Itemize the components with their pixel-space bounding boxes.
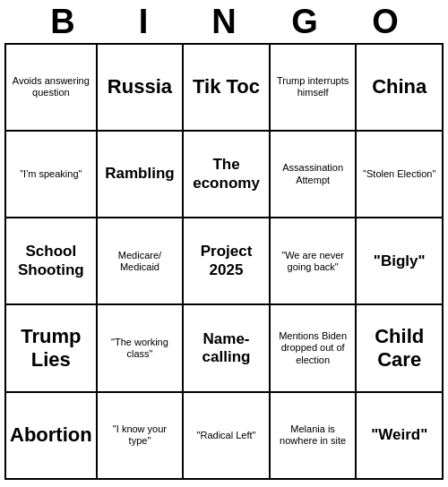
cell-r2-c4[interactable]: "Bigly": [357, 218, 444, 305]
cell-text-r2-c0: School Shooting: [10, 243, 92, 279]
cell-text-r4-c4: "Weird": [371, 426, 427, 444]
cell-text-r4-c0: Abortion: [10, 423, 92, 447]
cell-r0-c0[interactable]: Avoids answering question: [6, 45, 98, 132]
cell-text-r4-c3: Melania is nowhere in site: [274, 423, 352, 447]
cell-text-r0-c1: Russia: [108, 75, 172, 98]
cell-r4-c3[interactable]: Melania is nowhere in site: [271, 393, 358, 480]
cell-r4-c1[interactable]: "I know your type": [98, 393, 185, 480]
cell-r0-c3[interactable]: Trump interrupts himself: [271, 45, 358, 132]
cell-text-r0-c4: China: [372, 75, 426, 98]
cell-text-r1-c2: The economy: [187, 156, 265, 192]
cell-text-r0-c0: Avoids answering question: [10, 75, 92, 98]
cell-r1-c4[interactable]: "Stolen Election": [357, 132, 444, 218]
bingo-letter-I: I: [103, 4, 184, 41]
cell-r2-c1[interactable]: Medicare/ Medicaid: [98, 218, 185, 305]
cell-r0-c4[interactable]: China: [357, 45, 444, 132]
cell-text-r3-c1: "The working class": [101, 337, 179, 360]
bingo-header: BINGO: [0, 0, 448, 43]
cell-text-r0-c2: Tik Toc: [193, 75, 260, 98]
cell-text-r4-c2: "Radical Left": [197, 430, 256, 441]
cell-text-r3-c2: Name-calling: [187, 330, 265, 367]
cell-r3-c4[interactable]: Child Care: [357, 305, 444, 392]
cell-r4-c0[interactable]: Abortion: [6, 393, 98, 480]
cell-text-r0-c3: Trump interrupts himself: [274, 75, 352, 98]
bingo-letter-B: B: [22, 4, 103, 41]
cell-text-r1-c1: Rambling: [105, 165, 174, 183]
cell-r2-c0[interactable]: School Shooting: [6, 218, 98, 305]
bingo-letter-O: O: [345, 4, 426, 41]
cell-r4-c4[interactable]: "Weird": [357, 393, 444, 480]
cell-text-r1-c4: "Stolen Election": [363, 168, 435, 180]
bingo-grid: Avoids answering questionRussiaTik TocTr…: [4, 43, 444, 480]
cell-text-r1-c3: Assassination Attempt: [274, 162, 352, 185]
cell-r1-c2[interactable]: The economy: [184, 132, 271, 218]
cell-r2-c2[interactable]: Project 2025: [184, 218, 271, 305]
cell-text-r1-c0: "I'm speaking": [20, 168, 82, 180]
cell-r1-c3[interactable]: Assassination Attempt: [271, 132, 358, 218]
bingo-letter-N: N: [184, 4, 264, 41]
cell-r3-c0[interactable]: Trump Lies: [6, 305, 98, 392]
cell-r3-c3[interactable]: Mentions Biden dropped out of election: [271, 305, 358, 392]
cell-r0-c2[interactable]: Tik Toc: [184, 45, 271, 132]
cell-r3-c2[interactable]: Name-calling: [184, 305, 271, 392]
cell-text-r2-c4: "Bigly": [374, 252, 426, 270]
cell-text-r3-c3: Mentions Biden dropped out of election: [274, 330, 352, 366]
cell-r1-c0[interactable]: "I'm speaking": [6, 132, 98, 218]
cell-r1-c1[interactable]: Rambling: [98, 132, 185, 218]
cell-text-r2-c3: "We are never going back": [274, 250, 352, 273]
cell-r2-c3[interactable]: "We are never going back": [271, 218, 358, 305]
cell-r3-c1[interactable]: "The working class": [98, 305, 185, 392]
cell-r4-c2[interactable]: "Radical Left": [184, 393, 271, 480]
bingo-letter-G: G: [264, 4, 345, 41]
cell-text-r4-c1: "I know your type": [101, 423, 179, 447]
cell-r0-c1[interactable]: Russia: [98, 45, 185, 132]
cell-text-r2-c1: Medicare/ Medicaid: [101, 250, 179, 273]
cell-text-r3-c0: Trump Lies: [10, 325, 92, 372]
cell-text-r2-c2: Project 2025: [187, 243, 265, 279]
cell-text-r3-c4: Child Care: [360, 325, 438, 372]
